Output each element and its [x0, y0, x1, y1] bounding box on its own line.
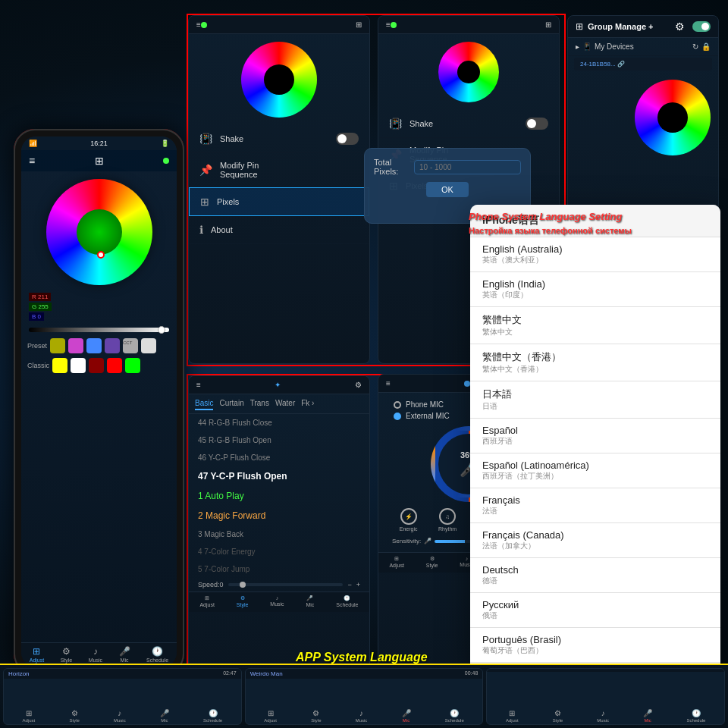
- menu-about[interactable]: ℹ About: [189, 216, 369, 244]
- brightness-slider[interactable]: [29, 328, 169, 332]
- s-nav-music[interactable]: ♪ Music: [270, 595, 284, 607]
- b2-adjust[interactable]: ⊞ Adjust: [264, 709, 277, 723]
- classic-swatch-darkred[interactable]: [89, 358, 104, 373]
- external-mic-radio[interactable]: [394, 413, 401, 420]
- lang-item-3[interactable]: 繁體中文（香港） 繁体中文（香港）: [470, 344, 720, 381]
- s-nav-adjust[interactable]: ⊞ Adjust: [199, 595, 214, 607]
- nav-mic[interactable]: 🎤 Mic: [119, 646, 130, 663]
- lang-item-6[interactable]: Español (Latinoamérica) 西班牙语（拉丁美洲）: [470, 453, 720, 488]
- b2-music[interactable]: ♪ Music: [356, 709, 368, 723]
- color-wheel[interactable]: [46, 179, 152, 285]
- speed-plus[interactable]: +: [356, 581, 360, 588]
- classic-swatch-green[interactable]: [125, 358, 140, 373]
- b3-adjust[interactable]: ⊞ Adjust: [506, 709, 519, 723]
- brightness-handle[interactable]: [158, 326, 165, 334]
- color-wheel-area[interactable]: [21, 171, 177, 289]
- r-shake-toggle[interactable]: [526, 118, 548, 130]
- s-settings-icon[interactable]: ⚙: [355, 381, 362, 389]
- preset-swatch-white[interactable]: [141, 338, 156, 353]
- preset-swatch-1[interactable]: [50, 338, 65, 353]
- style-item-4[interactable]: 1 Auto Play: [189, 486, 369, 506]
- phone-mic-radio[interactable]: [394, 401, 401, 409]
- b2-mic[interactable]: 🎤 Mic: [402, 709, 411, 723]
- lang-item-8[interactable]: Français (Canada) 法语（加拿大）: [470, 523, 720, 558]
- lang-item-5[interactable]: Español 西班牙语: [470, 419, 720, 453]
- b3-style[interactable]: ⚙ Style: [553, 709, 563, 723]
- lang-item-11[interactable]: Português (Brasil) 葡萄牙语（巴西）: [470, 628, 720, 663]
- lang-item-4[interactable]: 日本語 日语: [470, 381, 720, 419]
- menu-shake[interactable]: 📳 Shake: [189, 125, 369, 153]
- nav-schedule[interactable]: 🕐 Schedule: [146, 646, 168, 663]
- speed-handle[interactable]: [240, 582, 246, 588]
- preset-swatch-4[interactable]: [105, 338, 120, 353]
- color-pointer[interactable]: [97, 251, 105, 259]
- sliders-icon[interactable]: ⊞: [95, 155, 104, 167]
- m-nav-style[interactable]: ⚙ Style: [426, 556, 438, 568]
- menu-modify-pin[interactable]: 📌 Modify PinSequence: [189, 153, 369, 187]
- far-right-wheel[interactable]: [635, 80, 711, 155]
- lang-item-0[interactable]: English (Australia) 英语（澳大利亚）: [470, 237, 720, 272]
- panel-color-wheel[interactable]: [241, 42, 317, 118]
- nav-style[interactable]: ⚙ Style: [61, 646, 73, 663]
- r-menu-shake[interactable]: 📳 Shake: [378, 110, 559, 138]
- lock-icon[interactable]: 🔒: [701, 42, 711, 51]
- tab-water[interactable]: Water: [275, 397, 295, 410]
- header-grid-icon[interactable]: ⊞: [356, 20, 362, 29]
- b1-mic[interactable]: 🎤 Mic: [160, 709, 169, 723]
- style-item-2[interactable]: 46 Y-C-P Flush Close: [189, 449, 369, 466]
- preset-swatch-cct[interactable]: CCT: [123, 338, 138, 353]
- b3-mic[interactable]: 🎤 Mic: [643, 709, 652, 723]
- lang-item-7[interactable]: Français 法语: [470, 488, 720, 523]
- tab-basic[interactable]: Basic: [195, 397, 213, 410]
- s-nav-mic[interactable]: 🎤 Mic: [306, 595, 314, 607]
- energic-circle[interactable]: ⚡: [400, 508, 417, 525]
- ok-button[interactable]: OK: [426, 182, 469, 197]
- s-nav-schedule[interactable]: 🕐 Schedule: [336, 595, 358, 607]
- speed-minus[interactable]: −: [347, 581, 351, 588]
- b1-schedule[interactable]: 🕐 Schedule: [203, 709, 222, 723]
- classic-swatch-white[interactable]: [71, 358, 86, 373]
- shake-toggle[interactable]: [336, 133, 359, 145]
- classic-swatch-yellow[interactable]: [52, 358, 67, 373]
- tab-curtain[interactable]: Curtain: [219, 397, 243, 410]
- tab-trans[interactable]: Trans: [250, 397, 269, 410]
- b1-adjust[interactable]: ⊞ Adjust: [23, 709, 36, 723]
- b3-music[interactable]: ♪ Music: [597, 709, 609, 723]
- style-item-7[interactable]: 4 7-Color Energy: [189, 543, 369, 560]
- lang-item-1[interactable]: English (India) 英语（印度）: [470, 272, 720, 307]
- r-header-grid-icon[interactable]: ⊞: [545, 20, 551, 29]
- nav-music[interactable]: ♪ Music: [89, 646, 102, 663]
- b2-schedule[interactable]: 🕐 Schedule: [445, 709, 464, 723]
- speed-slider[interactable]: [228, 583, 344, 586]
- style-item-8[interactable]: 5 7-Color Jump: [189, 560, 369, 578]
- b3-schedule[interactable]: 🕐 Schedule: [686, 709, 705, 723]
- tab-fk[interactable]: Fk ›: [301, 397, 314, 410]
- style-item-3[interactable]: 47 Y-C-P Flush Open: [189, 466, 369, 486]
- preset-swatch-3[interactable]: [86, 338, 102, 353]
- refresh-icon[interactable]: ↻: [692, 42, 698, 51]
- mic-mode-rhythm[interactable]: ♫ Rhythm: [438, 508, 457, 532]
- nav-adjust[interactable]: ⊞ Adjust: [30, 646, 44, 663]
- style-item-1[interactable]: 45 R-G-B Flush Open: [189, 431, 369, 449]
- lang-item-9[interactable]: Deutsch 德语: [470, 558, 720, 593]
- gm-toggle[interactable]: [692, 21, 711, 32]
- device-item-1[interactable]: 24-1B1B58... 🔗: [574, 58, 712, 71]
- style-item-6[interactable]: 3 Magic Back: [189, 526, 369, 543]
- m-nav-adjust[interactable]: ⊞ Adjust: [389, 556, 403, 568]
- style-item-0[interactable]: 44 R-G-B Flush Close: [189, 414, 369, 431]
- lang-item-10[interactable]: Русский 俄语: [470, 593, 720, 628]
- lang-item-2[interactable]: 繁體中文 繁体中文: [470, 307, 720, 344]
- style-item-5[interactable]: 2 Magic Forward: [189, 506, 369, 526]
- s-nav-style[interactable]: ⚙ Style: [237, 595, 249, 607]
- pixel-input[interactable]: [414, 160, 521, 174]
- menu-icon[interactable]: ≡: [29, 155, 35, 167]
- right-top-wheel[interactable]: [438, 42, 499, 102]
- gm-settings-icon[interactable]: ⚙: [675, 20, 685, 33]
- b2-style[interactable]: ⚙ Style: [311, 709, 321, 723]
- rhythm-circle[interactable]: ♫: [439, 508, 456, 525]
- b1-music[interactable]: ♪ Music: [114, 709, 126, 723]
- b1-style[interactable]: ⚙ Style: [69, 709, 79, 723]
- classic-swatch-red[interactable]: [107, 358, 122, 373]
- mic-mode-energic[interactable]: ⚡ Energic: [400, 508, 418, 532]
- preset-swatch-2[interactable]: [68, 338, 83, 353]
